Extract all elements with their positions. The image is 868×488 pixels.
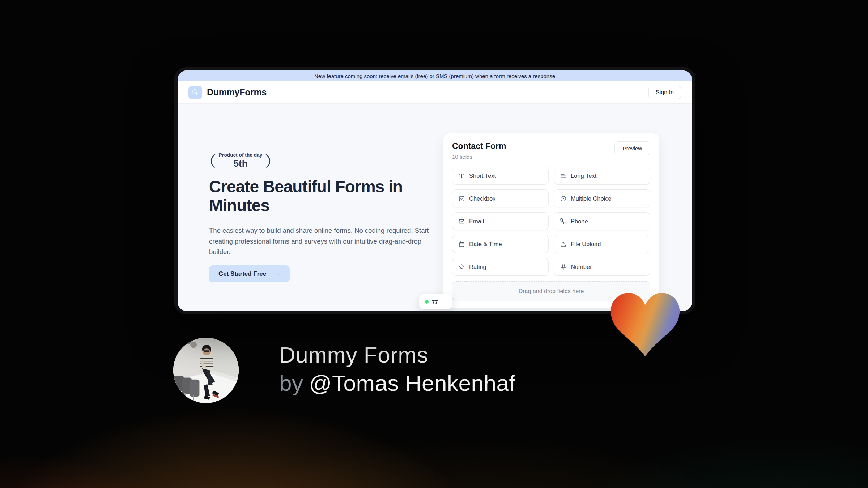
form-title: Contact Form <box>452 141 506 151</box>
byline-handle: @Tomas Henkenhaf <box>309 371 515 395</box>
field-button-phone[interactable]: Phone <box>554 212 650 230</box>
field-type-grid: Short Text Long Text Checkbox Multiple C… <box>452 167 650 276</box>
field-button-rating[interactable]: Rating <box>452 258 549 276</box>
product-title: Dummy Forms <box>279 341 515 369</box>
announcement-banner: New feature coming soon: receive emails … <box>178 70 692 81</box>
laurel-left-icon <box>208 153 217 168</box>
field-button-file-upload[interactable]: File Upload <box>554 235 650 253</box>
preview-button[interactable]: Preview <box>614 141 650 155</box>
checkbox-icon <box>458 195 465 202</box>
field-button-date-time[interactable]: Date & Time <box>452 235 549 253</box>
upload-icon <box>560 241 567 248</box>
form-field-count: 10 fields <box>452 154 506 160</box>
drag-drop-label: Drag and drop fields here <box>519 288 584 295</box>
hero-section: Product of the day 5th Create Beautiful … <box>178 104 692 311</box>
announcement-text: New feature coming soon: receive emails … <box>314 73 555 79</box>
byline-prefix: by <box>279 371 303 395</box>
form-builder-card: Contact Form 10 fields Preview Short Tex… <box>443 133 659 308</box>
long-text-icon <box>560 172 567 179</box>
brand-name: DummyForms <box>207 87 267 98</box>
page-title: Create Beautiful Forms inMinutes <box>209 177 448 215</box>
toast-text: 77 <box>432 299 438 305</box>
email-icon <box>458 218 465 225</box>
get-started-button[interactable]: Get Started Free → <box>209 265 290 282</box>
avatar-photo-illustration <box>173 338 239 403</box>
short-text-icon <box>458 172 465 179</box>
award-rank: 5th <box>219 158 262 169</box>
arrow-right-icon: → <box>273 270 280 278</box>
multiple-choice-icon <box>560 195 567 202</box>
field-button-email[interactable]: Email <box>452 212 549 230</box>
heart-icon <box>610 293 680 356</box>
field-button-long-text[interactable]: Long Text <box>554 167 650 185</box>
brand-logo[interactable]: DummyForms <box>188 86 267 99</box>
sign-in-button[interactable]: Sign In <box>648 86 681 99</box>
status-toast: 77 <box>419 294 452 309</box>
site-header: DummyForms Sign In <box>178 81 692 104</box>
award-title: Product of the day <box>219 152 262 158</box>
green-status-dot-icon <box>425 300 429 304</box>
laurel-right-icon <box>264 153 273 168</box>
browser-window: New feature coming soon: receive emails … <box>174 67 695 314</box>
calendar-icon <box>458 241 465 248</box>
product-of-the-day-badge: Product of the day 5th <box>208 152 273 169</box>
hash-icon <box>560 264 567 270</box>
field-button-multiple-choice[interactable]: Multiple Choice <box>554 189 650 207</box>
star-icon <box>458 264 465 270</box>
field-button-number[interactable]: Number <box>554 258 650 276</box>
hero-description: The easiest way to build and share onlin… <box>209 225 433 257</box>
avatar <box>173 338 239 403</box>
attribution-text: Dummy Forms by@Tomas Henkenhaf <box>279 341 515 397</box>
cursor-select-icon <box>188 86 202 99</box>
field-button-checkbox[interactable]: Checkbox <box>452 189 549 207</box>
field-button-short-text[interactable]: Short Text <box>452 167 549 185</box>
phone-icon <box>560 218 567 225</box>
